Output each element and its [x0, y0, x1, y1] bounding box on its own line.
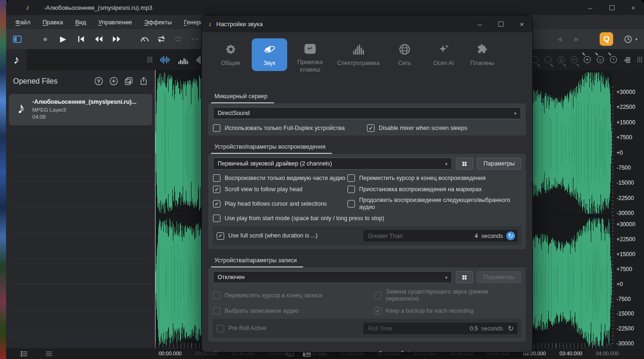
loop-selection-icon[interactable]: [172, 34, 184, 45]
history-dropdown[interactable]: ▾: [623, 35, 637, 44]
grid-icon: [462, 275, 467, 280]
waveform-view-icon[interactable]: [159, 55, 170, 65]
checkbox-continue-next-audio[interactable]: ✓ Продолжить воспроизведение следующего/…: [347, 197, 521, 211]
zoom-in-time-icon[interactable]: [545, 56, 552, 63]
record-button[interactable]: ●: [40, 34, 51, 45]
drag-handle-icon[interactable]: [148, 57, 152, 63]
opened-files-header: Opened Files: [6, 70, 155, 90]
list-row-divider: [10, 258, 151, 259]
tab-label: Привязка клавиш: [295, 59, 326, 73]
add-file-icon[interactable]: [109, 76, 119, 86]
skip-start-button[interactable]: [75, 34, 86, 45]
dialog-maximize-icon: [498, 22, 503, 27]
recording-device-select[interactable]: Отключен ▾: [213, 271, 452, 283]
playback-channel-map-button[interactable]: [456, 158, 473, 170]
tab-plugins[interactable]: Плагины: [465, 38, 500, 71]
list-row-divider: [10, 207, 151, 208]
list-detail-icon[interactable]: [20, 351, 28, 357]
zoom-one-to-one-icon[interactable]: 1: [558, 56, 565, 63]
desktop-background-strip: [0, 0, 7, 359]
menu-effects[interactable]: Эффекты: [138, 19, 178, 26]
field-value: 4: [474, 233, 478, 239]
dialog-close-button[interactable]: ×: [511, 15, 532, 32]
tab-label: Звук: [263, 60, 276, 67]
zoom-reset-vertical-icon[interactable]: °: [610, 56, 617, 63]
playback-device-select[interactable]: Первичный звуковой драйвер (2 channels) …: [213, 158, 452, 170]
duplicate-icon[interactable]: [124, 76, 134, 86]
checkbox-box: ✓: [213, 200, 220, 208]
menu-edit[interactable]: Правка: [36, 19, 69, 26]
buffer-size-section-title: Размер буфера: [375, 348, 428, 352]
track-list-icon[interactable]: [623, 56, 631, 64]
spectrogram-icon: [352, 43, 365, 56]
file-list-item[interactable]: ♪ -Алюбовьосенняя_(smyslpesni.ru)... MPE…: [9, 94, 152, 125]
menu-view[interactable]: Вид: [69, 19, 92, 26]
screen: ♪ -Алюбовьосенняя_(smyslpesni.ru).mp3 – …: [0, 0, 644, 359]
checkbox-box: ✓: [213, 186, 220, 193]
field-unit: seconds: [481, 325, 503, 332]
list-compact-icon[interactable]: [45, 351, 53, 357]
rewind-button[interactable]: [93, 34, 104, 45]
axis-label: +0: [616, 150, 623, 156]
checkbox-cursor-to-end-playback[interactable]: ✓ Переместить курсор в конец воспроизвед…: [347, 174, 521, 182]
mixer-server-select[interactable]: DirectSound ▾: [213, 107, 521, 119]
menu-control[interactable]: Управление: [92, 19, 138, 26]
ab-repeat-icon[interactable]: [189, 34, 200, 45]
checkbox-scroll-follow-playhead[interactable]: ✓ Scroll view to follow play head: [213, 186, 347, 193]
checkbox-use-full-scroll[interactable]: ✓ Use full scroll (when duration is ...): [217, 232, 363, 240]
dialog-maximize-button[interactable]: [490, 15, 511, 32]
sample-rate-section: Частота дискретизации микшера 44100 Hz ▾: [208, 348, 361, 352]
sidebar-tab-files[interactable]: ♪: [6, 49, 27, 70]
axis-label: -30000: [616, 340, 634, 347]
tab-general[interactable]: Общие: [213, 38, 248, 71]
playback-speed-icon[interactable]: [139, 34, 150, 45]
zoom-fit-icon[interactable]: +: [571, 56, 578, 63]
bottom-settings-row: Частота дискретизации микшера 44100 Hz ▾…: [208, 348, 526, 352]
checkbox-play-visible-only[interactable]: ✓ Воспроизвести только видимую части ауд…: [213, 174, 347, 182]
axis-label: -15000: [616, 180, 634, 186]
checkbox-disable-mixer-sleep[interactable]: ✓ Disable mixer when screen sleeps: [367, 124, 521, 132]
mixer-server-panel: DirectSound ▾ ✓ Использовать только Full…: [208, 103, 526, 136]
axis-label: +22500: [616, 104, 635, 110]
close-button[interactable]: ×: [623, 0, 644, 15]
zoom-out-vertical-icon[interactable]: −: [597, 56, 604, 63]
export-icon[interactable]: [139, 76, 149, 86]
zoom-in-vertical-icon[interactable]: +: [584, 56, 591, 63]
spectrum-view-icon[interactable]: [177, 55, 189, 65]
checkbox-pause-on-markers[interactable]: ✓ Приостановка воспроизведения на маркер…: [347, 186, 521, 193]
maximize-button[interactable]: [601, 0, 623, 15]
dialog-minimize-button[interactable]: –: [469, 15, 490, 32]
checkbox-play-from-start-mode[interactable]: ✓ Use play from start mode (space bar on…: [213, 215, 521, 222]
checkbox-label: Воспроизвести только видимую части аудио: [225, 175, 345, 182]
checkbox-replace-existing-sound: ✓ Замена существующего звука (режим пере…: [374, 288, 521, 302]
recording-channel-map-button[interactable]: [456, 271, 473, 283]
panel-handle-icon[interactable]: [637, 57, 642, 63]
axis-label: +7500: [616, 134, 632, 141]
reset-icon: ↻: [506, 324, 515, 333]
tab-spectrogram[interactable]: Спектрограмма: [333, 38, 384, 71]
statusbar-left-icons: [20, 348, 53, 359]
tab-network[interactable]: Сеть: [387, 38, 423, 71]
full-scroll-duration-field[interactable]: Greater Than 4 seconds ↻: [363, 230, 517, 242]
checkbox-box: ✓: [367, 124, 375, 132]
loop-icon[interactable]: [156, 34, 167, 45]
checkbox-playhead-follows-cursor[interactable]: ✓ Play head follows cursor and selection…: [213, 197, 347, 211]
sidebar-toggle-icon[interactable]: [12, 34, 23, 45]
tab-key-bindings[interactable]: Привязка клавиш: [290, 38, 330, 77]
minimize-button[interactable]: –: [580, 0, 601, 15]
fast-forward-button[interactable]: [111, 34, 122, 45]
nav-forward-icon[interactable]: ►: [573, 35, 580, 43]
play-button[interactable]: ▶: [57, 34, 69, 45]
tab-sound[interactable]: Звук: [252, 38, 287, 71]
tab-ocen-ai[interactable]: Ocen Ai: [426, 38, 461, 71]
checkbox-keep-backup: ✓ Keep a backup for each recording: [374, 307, 521, 315]
search-logo-button[interactable]: Q: [600, 32, 613, 46]
nav-back-icon[interactable]: ◄: [556, 35, 563, 43]
menu-file[interactable]: Файл: [9, 19, 36, 26]
music-note-icon: ♪: [14, 53, 20, 66]
zoom-out-time-icon[interactable]: [531, 56, 538, 63]
checkbox-full-duplex[interactable]: ✓ Использовать только Full-Duplex устрой…: [213, 124, 367, 132]
filter-icon[interactable]: [94, 76, 104, 86]
playback-params-button[interactable]: Параметры: [477, 158, 521, 170]
reset-icon[interactable]: ↻: [506, 231, 515, 240]
